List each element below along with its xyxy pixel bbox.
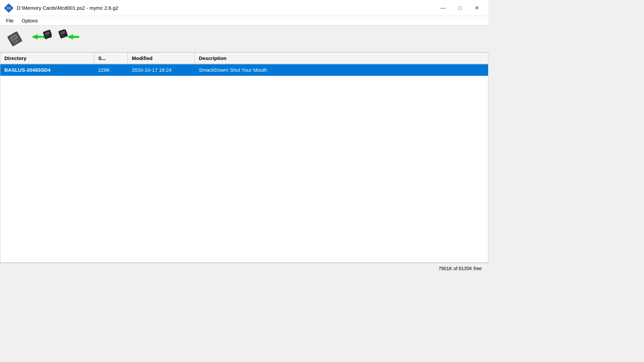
- table-body: BASLUS-20483SD4 228K 2020-10-17 18:24 Sm…: [0, 64, 488, 262]
- close-button[interactable]: ✕: [469, 3, 484, 13]
- cell-size: 228K: [94, 64, 128, 75]
- svg-rect-3: [8, 8, 10, 8]
- title-bar-left: D:\Memory Cards\Mcd001.ps2 - mymc 2.6.g2: [4, 3, 118, 13]
- table-container: Directory S... Modified Description BASL…: [0, 52, 488, 263]
- export-icon: [58, 29, 79, 48]
- minimize-button[interactable]: —: [435, 3, 451, 13]
- status-bar: 7901K of 8135K free: [0, 263, 488, 274]
- cell-description: SmackDown! Shut Your Mouth: [195, 64, 488, 75]
- col-header-description[interactable]: Description: [195, 53, 488, 64]
- app-icon: [4, 3, 13, 13]
- import-icon: [32, 29, 52, 48]
- export-button[interactable]: [58, 28, 79, 50]
- window-title: D:\Memory Cards\Mcd001.ps2 - mymc 2.6.g2: [17, 5, 118, 11]
- title-bar: D:\Memory Cards\Mcd001.ps2 - mymc 2.6.g2…: [0, 0, 488, 16]
- title-bar-buttons: — □ ✕: [435, 3, 484, 13]
- maximize-button[interactable]: □: [452, 3, 468, 13]
- menu-bar: File Options: [0, 16, 488, 25]
- col-header-modified[interactable]: Modified: [128, 53, 195, 64]
- svg-marker-19: [67, 34, 79, 40]
- table-row[interactable]: BASLUS-20483SD4 228K 2020-10-17 18:24 Sm…: [0, 64, 488, 76]
- memcard-icon: [5, 29, 24, 48]
- menu-options[interactable]: Options: [18, 17, 41, 24]
- memcard-button[interactable]: [4, 28, 25, 50]
- table-header: Directory S... Modified Description: [0, 53, 488, 64]
- svg-marker-9: [32, 34, 42, 40]
- menu-file[interactable]: File: [3, 17, 17, 24]
- col-header-size[interactable]: S...: [94, 53, 128, 64]
- cell-directory: BASLUS-20483SD4: [0, 64, 94, 75]
- import-button[interactable]: [31, 28, 52, 50]
- cell-modified: 2020-10-17 18:24: [128, 64, 195, 75]
- toolbar: [0, 25, 488, 52]
- status-text: 7901K of 8135K free: [439, 266, 482, 271]
- col-header-directory[interactable]: Directory: [0, 53, 94, 64]
